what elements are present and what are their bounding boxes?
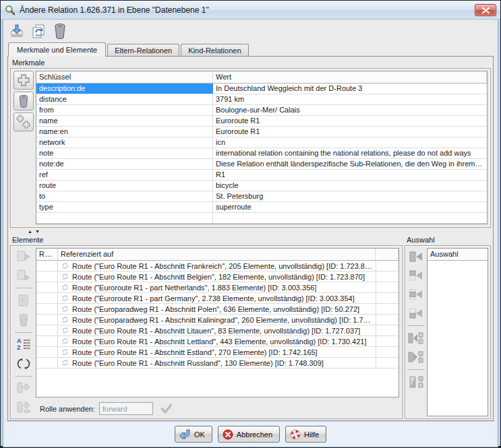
select-members-icon[interactable] xyxy=(407,374,425,390)
tag-value[interactable]: superroute xyxy=(213,202,487,212)
tag-key[interactable]: network xyxy=(36,137,213,148)
set-selection-top-icon[interactable] xyxy=(407,267,425,284)
tag-key[interactable]: from xyxy=(36,105,213,115)
tag-row[interactable]: distance 3791 km xyxy=(36,94,487,105)
splitter-collapse-down-icon[interactable]: ▼ xyxy=(35,229,40,234)
member-row[interactable]: Route ("Euro Route R1 - Abschnitt Frankr… xyxy=(36,261,399,271)
member-row[interactable]: Route ("Euro Route R1 - Abschnitt Russla… xyxy=(36,358,399,369)
member-row[interactable]: Route ("Euroroute R1 - part Netherlands"… xyxy=(36,282,399,293)
column-header-referenziert-auf[interactable]: Referenziert auf xyxy=(58,249,376,260)
tab[interactable]: Kind-Relationen xyxy=(181,44,248,57)
tag-key[interactable]: note xyxy=(36,148,213,158)
copy-end-icon[interactable] xyxy=(13,267,34,285)
column-header-schluessel[interactable]: Schlüssel xyxy=(36,71,213,83)
tag-key[interactable]: name:en xyxy=(36,127,213,137)
set-selection-bottom-icon[interactable] xyxy=(407,305,425,321)
add-selected-at-start-icon[interactable] xyxy=(407,330,425,346)
member-row[interactable]: Route ("Euroroute R1 - part Germany", 2.… xyxy=(36,293,399,304)
member-role[interactable] xyxy=(36,271,58,282)
copy-start-icon[interactable] xyxy=(13,248,34,265)
member-row[interactable]: Route ("Euro Route R1 - Abschnitt Belgie… xyxy=(36,271,399,282)
set-selection-icon[interactable] xyxy=(407,249,425,265)
relation-icon xyxy=(61,358,69,367)
cancel-button[interactable]: Abbrechen xyxy=(218,426,280,443)
apply-role-check-icon[interactable] xyxy=(157,402,176,416)
tag-key[interactable]: description:de xyxy=(36,84,213,94)
tag-row[interactable]: type superroute xyxy=(36,202,487,213)
tag-value[interactable]: Boulogne-sur-Mer/ Calais xyxy=(213,105,487,115)
tag-value[interactable]: Diese Relation enthält länderspezifische… xyxy=(213,159,487,169)
member-row[interactable]: Route ("Euro Route R1 - Abschnitt Estlan… xyxy=(36,347,399,358)
role-input[interactable] xyxy=(99,402,153,415)
apply-changes-icon[interactable] xyxy=(7,22,26,40)
remove-member-icon[interactable] xyxy=(13,311,34,329)
tag-key[interactable]: note:de xyxy=(36,159,213,169)
tab[interactable]: Merkmale und Elemente xyxy=(8,42,106,57)
tag-key[interactable]: route xyxy=(36,181,213,191)
tag-key[interactable]: distance xyxy=(36,94,213,104)
member-row[interactable]: Route ("Euro Route R1 - Abschnitt Litaue… xyxy=(36,325,399,336)
tag-value[interactable]: bicycle xyxy=(213,181,487,191)
tag-key[interactable]: type xyxy=(36,202,213,212)
member-role[interactable] xyxy=(36,358,58,368)
delete-tag-icon[interactable] xyxy=(13,92,34,110)
set-selection-mid-icon[interactable] xyxy=(407,286,425,302)
member-role[interactable] xyxy=(36,293,58,303)
add-tag-icon[interactable] xyxy=(13,71,34,90)
tag-value[interactable]: R1 xyxy=(213,170,487,180)
splitter-collapse-up-icon[interactable]: ▲ xyxy=(28,229,32,234)
help-button[interactable]: Hilfe xyxy=(285,426,326,443)
member-role[interactable] xyxy=(36,261,58,271)
tag-row[interactable]: description:de In Deutschland Weggleich … xyxy=(36,84,487,94)
tag-value[interactable]: In Deutschland Weggleich mit der D-Route… xyxy=(213,84,487,94)
tag-row-empty[interactable] xyxy=(36,213,487,224)
close-icon[interactable] xyxy=(475,4,496,16)
tag-value[interactable]: 3791 km xyxy=(213,94,487,104)
cancel-x-icon xyxy=(223,429,233,440)
member-row[interactable]: Route ("Europaradweg R1 - Abschnitt Pole… xyxy=(36,304,399,315)
tag-row[interactable]: name:en Euroroute R1 xyxy=(36,127,487,137)
tag-key[interactable]: ref xyxy=(36,170,213,180)
delete-relation-icon[interactable] xyxy=(51,22,69,40)
tag-row[interactable]: from Boulogne-sur-Mer/ Calais xyxy=(36,105,487,116)
ok-button[interactable]: OK xyxy=(175,426,212,443)
tag-value[interactable]: Euroroute R1 xyxy=(213,116,487,126)
tag-row[interactable]: note:de Diese Relation enthält länderspe… xyxy=(36,159,487,170)
members-table-blank-area xyxy=(36,369,399,397)
tags-table-body: description:de In Deutschland Weggleich … xyxy=(36,84,487,213)
tag-value[interactable]: St. Petersburg xyxy=(213,191,487,201)
member-row[interactable]: Route ("Europaradweg R1 - Abschnitt Kali… xyxy=(36,315,399,325)
update-relation-icon[interactable] xyxy=(29,22,47,40)
split-pane-divider[interactable]: ▲ ▼ xyxy=(10,228,491,235)
tag-row[interactable]: route bicycle xyxy=(36,181,487,191)
reverse-order-icon[interactable] xyxy=(13,355,34,373)
download-members-icon[interactable] xyxy=(13,380,34,397)
tag-value[interactable]: Euroroute R1 xyxy=(213,127,487,137)
column-header-wert[interactable]: Wert xyxy=(213,71,487,83)
tag-value[interactable]: international relation containing the na… xyxy=(213,148,487,158)
tag-key[interactable]: to xyxy=(36,191,213,201)
member-role[interactable] xyxy=(36,347,58,357)
member-role[interactable] xyxy=(36,304,58,314)
download-selected-icon[interactable] xyxy=(13,399,34,416)
tag-row[interactable]: ref R1 xyxy=(36,170,487,181)
member-role[interactable] xyxy=(36,325,58,335)
tab[interactable]: Eltern-Relationen xyxy=(107,44,179,57)
tag-row[interactable]: note international relation containing t… xyxy=(36,148,487,159)
member-row[interactable]: Route ("Euro Route R1 - Abschnitt Lettla… xyxy=(36,336,399,347)
tag-value[interactable]: icn xyxy=(213,137,487,148)
add-selected-at-end-icon[interactable] xyxy=(407,349,425,365)
column-header-rolle[interactable]: Rolle xyxy=(36,249,58,260)
member-role[interactable] xyxy=(36,336,58,346)
toolbar-separator xyxy=(407,325,425,326)
column-header-auswahl[interactable]: Auswahl xyxy=(428,249,488,260)
paste-tags-icon[interactable] xyxy=(13,113,34,131)
tag-row[interactable]: network icn xyxy=(36,137,487,148)
member-role[interactable] xyxy=(36,315,58,325)
tag-key[interactable]: name xyxy=(36,116,213,126)
edit-member-icon[interactable] xyxy=(13,292,34,309)
tag-row[interactable]: to St. Petersburg xyxy=(36,191,487,202)
tag-row[interactable]: name Euroroute R1 xyxy=(36,116,487,127)
sort-members-icon[interactable]: A Z xyxy=(13,335,34,353)
member-role[interactable] xyxy=(36,282,58,292)
